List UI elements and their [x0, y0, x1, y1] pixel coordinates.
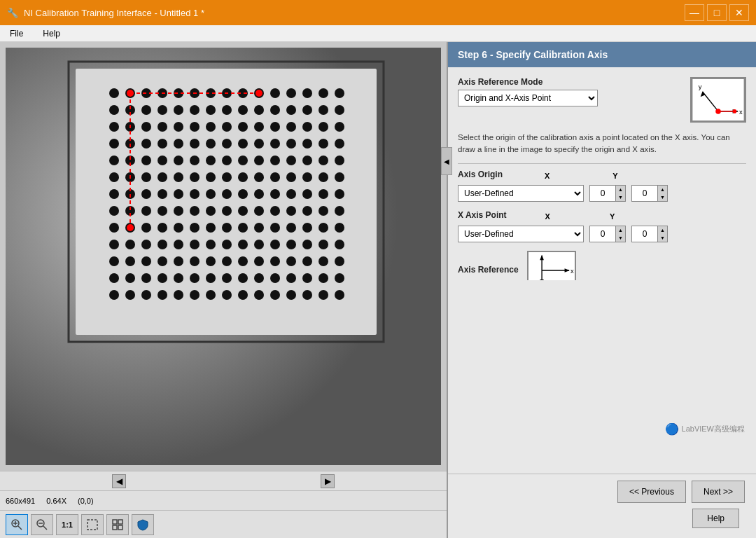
svg-point-76 — [318, 156, 328, 165]
svg-point-162 — [254, 256, 264, 266]
axis-origin-x-input[interactable]: 0 — [590, 186, 615, 201]
app-title: NI Calibration Training Interface - Unti… — [24, 8, 204, 18]
previous-button[interactable]: << Previous — [617, 481, 686, 503]
svg-point-14 — [286, 88, 296, 98]
svg-point-51 — [158, 139, 167, 149]
svg-point-20 — [141, 105, 151, 115]
svg-point-112 — [174, 206, 183, 216]
svg-point-58 — [270, 139, 280, 149]
svg-point-13 — [270, 88, 280, 98]
svg-point-43 — [270, 122, 280, 132]
svg-point-118 — [270, 206, 280, 216]
svg-point-121 — [318, 206, 328, 216]
xaxis-point-label: X Axis Point — [458, 210, 507, 220]
xaxis-point-y-down[interactable]: ▼ — [657, 234, 667, 242]
svg-point-27 — [254, 105, 264, 115]
select-button[interactable] — [81, 514, 104, 535]
svg-point-22 — [174, 105, 183, 115]
svg-point-147 — [254, 240, 264, 249]
svg-point-77 — [335, 156, 344, 165]
zoom-out-button[interactable] — [31, 514, 53, 535]
menu-help[interactable]: Help — [38, 27, 64, 40]
watermark: 🔵 LabVIEW高级编程 — [665, 422, 745, 436]
minimize-button[interactable]: — — [685, 4, 704, 21]
axis-mode-preview: y x — [690, 77, 746, 123]
svg-point-61 — [318, 139, 328, 149]
shield-button[interactable] — [132, 514, 154, 535]
xaxis-point-x-up[interactable]: ▲ — [615, 226, 625, 234]
svg-point-30 — [302, 105, 312, 115]
xaxis-point-dropdown[interactable]: User-Defined — [458, 226, 584, 242]
svg-text:y: y — [699, 83, 702, 90]
xaxis-point-y-input[interactable]: 0 — [632, 226, 657, 242]
axis-origin-y-input[interactable]: 0 — [632, 186, 657, 201]
svg-point-107 — [335, 189, 344, 199]
grid-button[interactable] — [106, 514, 129, 535]
svg-point-3 — [109, 88, 119, 98]
axis-origin-y-down[interactable]: ▼ — [657, 193, 667, 201]
svg-point-87 — [254, 172, 264, 182]
svg-point-170 — [141, 273, 151, 283]
axis-origin-y-spinbox: 0 ▲ ▼ — [631, 185, 668, 202]
axis-origin-label: Axis Origin — [458, 170, 503, 179]
svg-point-24 — [206, 105, 216, 115]
axis-reference-label: Axis Reference — [458, 265, 519, 275]
svg-point-177 — [254, 273, 264, 283]
svg-point-188 — [190, 290, 200, 300]
svg-point-196 — [318, 290, 328, 300]
svg-point-191 — [238, 290, 248, 300]
axis-origin-x-up[interactable]: ▲ — [615, 186, 625, 193]
next-button[interactable]: Next >> — [692, 481, 745, 503]
step-content: Axis Reference Mode Origin and X-Axis Po… — [448, 67, 756, 280]
axis-origin-dropdown[interactable]: User-Defined — [458, 185, 584, 202]
image-container[interactable] — [6, 48, 441, 465]
maximize-button[interactable]: □ — [707, 4, 727, 21]
red-origin-dot — [127, 90, 134, 97]
svg-point-48 — [109, 139, 119, 149]
svg-point-113 — [190, 206, 200, 216]
svg-point-178 — [270, 273, 280, 283]
axis-mode-label: Axis Reference Mode — [458, 77, 598, 87]
svg-point-110 — [141, 206, 151, 216]
svg-point-148 — [270, 240, 280, 249]
scroll-right-arrow[interactable]: ▶ — [321, 474, 335, 488]
svg-point-52 — [174, 139, 183, 149]
axis-mode-dropdown[interactable]: Origin and X-Axis Point Origin and Angle… — [458, 90, 598, 106]
xaxis-point-x-input[interactable]: 0 — [590, 226, 615, 242]
help-row: Help — [448, 509, 756, 538]
svg-point-187 — [174, 290, 183, 300]
axis-origin-x-down[interactable]: ▼ — [615, 193, 625, 201]
svg-point-84 — [206, 172, 216, 182]
close-button[interactable]: ✕ — [729, 4, 749, 21]
scroll-left-arrow[interactable]: ◀ — [112, 474, 126, 488]
svg-point-126 — [158, 223, 167, 233]
xaxis-point-y-up[interactable]: ▲ — [657, 226, 667, 234]
svg-point-16 — [318, 88, 328, 98]
spacer — [448, 280, 756, 474]
step-header: Step 6 - Specify Calibration Axis — [448, 42, 756, 67]
xaxis-point-x-down[interactable]: ▼ — [615, 234, 625, 242]
svg-point-169 — [125, 273, 135, 283]
svg-point-176 — [238, 273, 248, 283]
svg-point-46 — [318, 122, 328, 132]
xaxis-point-y-spinbox: 0 ▲ ▼ — [631, 226, 668, 242]
svg-point-80 — [141, 172, 151, 182]
xaxis-point-row: User-Defined 0 ▲ ▼ 0 ▲ ▼ — [458, 226, 746, 242]
menu-file[interactable]: File — [6, 27, 27, 40]
axis-origin-x-label: X — [545, 172, 550, 180]
fit-button[interactable]: 1:1 — [56, 514, 78, 535]
axis-origin-y-up[interactable]: ▲ — [657, 186, 667, 193]
image-dimensions: 660x491 — [6, 497, 35, 505]
svg-point-95 — [141, 189, 151, 199]
svg-point-67 — [174, 156, 183, 165]
svg-point-17 — [335, 88, 344, 98]
svg-point-25 — [222, 105, 232, 115]
svg-point-47 — [335, 122, 344, 132]
svg-point-173 — [190, 273, 200, 283]
image-svg — [6, 48, 441, 465]
collapse-button[interactable]: ◀ — [441, 147, 452, 175]
svg-point-86 — [238, 172, 248, 182]
help-button[interactable]: Help — [692, 509, 739, 528]
zoom-in-button[interactable] — [6, 514, 28, 535]
svg-point-57 — [254, 139, 264, 149]
